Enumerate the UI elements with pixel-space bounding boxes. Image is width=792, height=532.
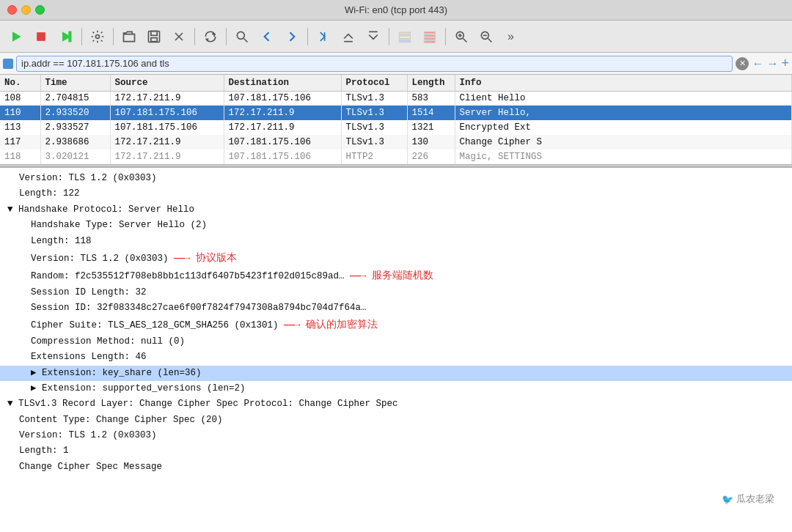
- detail-line[interactable]: ▶ Extension: key_share (len=36): [0, 366, 792, 381]
- annotation-text: 服务端随机数: [372, 269, 433, 281]
- svg-point-4: [96, 34, 100, 38]
- svg-line-23: [463, 38, 467, 42]
- detail-line: Length: 122: [0, 186, 792, 202]
- detail-line[interactable]: ▼ TLSv1.3 Record Layer: Change Cipher Sp…: [0, 396, 792, 412]
- table-row[interactable]: 1102.933520107.181.175.106172.17.211.9TL…: [0, 106, 792, 120]
- detail-line: Version: TLS 1.2 (0x0303): [0, 428, 792, 443]
- table-header-row: No. Time Source Destination Protocol Len…: [0, 75, 792, 91]
- sep2: [113, 28, 114, 45]
- svg-rect-21: [425, 40, 436, 43]
- jump-capture-button[interactable]: [312, 25, 335, 48]
- table-cell: 2.933527: [40, 120, 110, 135]
- table-cell: 172.17.211.9: [224, 120, 341, 135]
- table-cell: 107.181.175.106: [224, 149, 341, 164]
- minimize-button[interactable]: [21, 5, 31, 15]
- table-cell: 107.181.175.106: [224, 91, 341, 106]
- annotation-arrow: ——→: [345, 271, 373, 281]
- col-time: Time: [40, 75, 110, 91]
- svg-rect-5: [149, 31, 160, 42]
- table-cell: 2.704815: [40, 91, 110, 106]
- packet-table-body: 1082.704815172.17.211.9107.181.175.106TL…: [0, 91, 792, 164]
- filter-input[interactable]: [16, 56, 733, 72]
- annotation-arrow: ——→: [279, 320, 307, 330]
- title-bar: Wi-Fi: en0 (tcp port 443): [0, 0, 792, 21]
- detail-text: Version: TLS 1.2 (0x0303): [31, 254, 169, 264]
- open-button[interactable]: [117, 25, 141, 48]
- close-button[interactable]: [7, 5, 17, 15]
- table-cell: TLSv1.3: [341, 135, 407, 149]
- table-cell: HTTP2: [341, 149, 407, 164]
- table-cell: TLSv1.3: [341, 106, 407, 120]
- col-protocol: Protocol: [341, 75, 407, 91]
- detail-line: Content Type: Change Cipher Spec (20): [0, 413, 792, 428]
- table-cell: 226: [407, 149, 455, 164]
- table-cell: Magic, SETTINGS: [455, 149, 792, 164]
- detail-line: Random: f2c535512f708eb8bb1c113df6407b54…: [0, 267, 792, 284]
- col-info: Info: [455, 75, 792, 91]
- detail-line: Compression Method: null (0): [0, 334, 792, 350]
- svg-rect-6: [151, 31, 157, 35]
- sep7: [445, 28, 446, 45]
- save-button[interactable]: [142, 25, 166, 48]
- table-row[interactable]: 1082.704815172.17.211.9107.181.175.106TL…: [0, 91, 792, 106]
- sep3: [194, 28, 195, 45]
- filter-arrow-right[interactable]: →: [766, 57, 778, 70]
- stop-capture-button[interactable]: [29, 25, 53, 48]
- svg-rect-7: [151, 37, 157, 41]
- filter-indicator: [3, 59, 13, 69]
- svg-rect-1: [37, 32, 45, 41]
- table-row[interactable]: 1132.933527107.181.175.106172.17.211.9TL…: [0, 120, 792, 135]
- svg-marker-0: [12, 32, 21, 41]
- sep1: [81, 28, 82, 45]
- table-cell: 2.933520: [40, 106, 110, 120]
- table-cell: 107.181.175.106: [110, 106, 224, 120]
- annotation-arrow: ——→: [169, 254, 197, 264]
- table-cell: 172.17.211.9: [110, 149, 224, 164]
- scroll-down-button[interactable]: [362, 25, 385, 48]
- table-cell: Server Hello,: [455, 106, 792, 120]
- zoom-in-button[interactable]: [450, 25, 473, 48]
- table-row[interactable]: 1183.020121172.17.211.9107.181.175.106HT…: [0, 149, 792, 164]
- forward-button[interactable]: [280, 25, 304, 48]
- table-cell: 118: [0, 149, 40, 164]
- table-cell: TLSv1.3: [341, 120, 407, 135]
- coloring-rules-button[interactable]: [418, 25, 441, 48]
- maximize-button[interactable]: [35, 5, 45, 15]
- table-cell: Encrypted Ext: [455, 120, 792, 135]
- start-capture-button[interactable]: [4, 25, 28, 48]
- detail-panel: Version: TLS 1.2 (0x0303)Length: 122▼ Ha…: [0, 167, 792, 532]
- more-button[interactable]: »: [499, 25, 523, 48]
- filter-add-button[interactable]: +: [781, 56, 789, 71]
- svg-rect-15: [400, 32, 411, 34]
- back-button[interactable]: [255, 25, 279, 48]
- restart-capture-button[interactable]: [54, 25, 78, 48]
- table-cell: 108: [0, 91, 40, 106]
- svg-rect-18: [425, 32, 436, 34]
- table-cell: 3.020121: [40, 149, 110, 164]
- detail-line[interactable]: ▶ Extension: supported_versions (len=2): [0, 381, 792, 396]
- detail-line[interactable]: ▼ Handshake Protocol: Server Hello: [0, 202, 792, 218]
- settings-button[interactable]: [86, 25, 109, 48]
- filter-arrow-left[interactable]: ←: [752, 57, 763, 70]
- table-cell: 172.17.211.9: [110, 135, 224, 149]
- reload-button[interactable]: [199, 25, 222, 48]
- zoom-out-button[interactable]: [474, 25, 498, 48]
- scroll-up-button[interactable]: [337, 25, 360, 48]
- table-cell: 107.181.175.106: [110, 120, 224, 135]
- table-row[interactable]: 1172.938686172.17.211.9107.181.175.106TL…: [0, 135, 792, 149]
- svg-rect-17: [400, 40, 411, 42]
- window-title: Wi-Fi: en0 (tcp port 443): [345, 4, 447, 15]
- find-button[interactable]: [230, 25, 254, 48]
- svg-line-27: [488, 38, 492, 42]
- toolbar: »: [0, 21, 792, 53]
- table-cell: 172.17.211.9: [110, 91, 224, 106]
- packet-table: No. Time Source Destination Protocol Len…: [0, 75, 792, 164]
- close-file-button[interactable]: [167, 25, 191, 48]
- table-cell: 172.17.211.9: [224, 106, 341, 120]
- colorize-button[interactable]: [393, 25, 417, 48]
- annotation-text: 协议版本: [196, 251, 237, 263]
- detail-line: Cipher Suite: TLS_AES_128_GCM_SHA256 (0x…: [0, 316, 792, 333]
- filter-clear-button[interactable]: ✕: [736, 57, 749, 70]
- detail-line: Extensions Length: 46: [0, 350, 792, 365]
- detail-line: Session ID Length: 32: [0, 285, 792, 300]
